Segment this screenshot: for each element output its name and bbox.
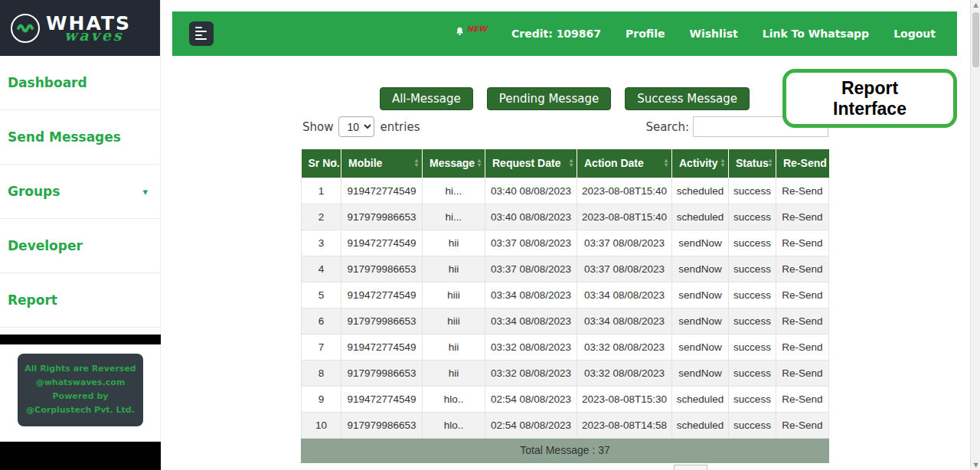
table-row: 4917979986653hii03:37 08/08/202303:37 08… xyxy=(302,256,829,282)
cell-mobile: 917979986653 xyxy=(341,308,423,334)
cell-message: hii xyxy=(423,256,485,282)
resend-link[interactable]: Re-Send xyxy=(776,256,829,282)
resend-link[interactable]: Re-Send xyxy=(776,412,829,438)
cell-activity: sendNow xyxy=(672,256,729,282)
resend-link[interactable]: Re-Send xyxy=(776,360,829,386)
sidebar-item-send-messages[interactable]: Send Messages xyxy=(0,110,160,165)
cell-mobile: 917979986653 xyxy=(341,204,423,230)
column-header-mobile[interactable]: Mobile▴▾ xyxy=(341,149,423,178)
sort-arrows-icon: ▴▾ xyxy=(769,158,772,168)
whatswaves-logo-icon xyxy=(11,14,40,43)
cell-status: success xyxy=(729,308,776,334)
resend-link[interactable]: Re-Send xyxy=(776,308,829,334)
entries-label: entries xyxy=(380,120,420,134)
sidebar-item-label: Send Messages xyxy=(8,129,121,145)
cell-sr-no: 6 xyxy=(302,308,341,334)
cell-activity: sendNow xyxy=(672,360,729,386)
cell-activity: sendNow xyxy=(672,334,729,360)
cell-activity: sendNow xyxy=(672,308,729,334)
top-navbar: NEW Credit: 109867ProfileWishlistLink To… xyxy=(172,11,957,56)
cell-action-date: 03:34 08/08/2023 xyxy=(577,308,672,334)
resend-link[interactable]: Re-Send xyxy=(776,386,829,412)
cell-mobile: 919472774549 xyxy=(341,334,423,360)
message-filter-tabs: All-MessagePending MessageSuccess Messag… xyxy=(301,87,828,110)
footer-credit-line: All Rights are Reversed xyxy=(18,362,143,376)
nav-link-link-to-whatsapp[interactable]: Link To Whatsapp xyxy=(763,28,869,40)
app-logo[interactable]: WHATS waves xyxy=(0,0,160,56)
notifications-button[interactable]: NEW xyxy=(454,26,487,41)
table-row: 2917979986653hi...03:40 08/08/20232023-0… xyxy=(302,204,829,230)
sidebar: WHATS waves DashboardSend MessagesGroups… xyxy=(0,0,161,470)
cell-status: success xyxy=(729,334,776,360)
cell-mobile: 917979986653 xyxy=(341,412,423,438)
tab-pending-message[interactable]: Pending Message xyxy=(487,87,611,110)
logo-subtitle: waves xyxy=(64,28,131,43)
pagination-button-partial[interactable] xyxy=(674,465,707,470)
cell-action-date: 2023-08-08T14:58 xyxy=(577,412,672,438)
cell-request-date: 03:37 08/08/2023 xyxy=(485,230,577,256)
scroll-up-icon[interactable]: ▲ xyxy=(971,0,980,10)
resend-link[interactable]: Re-Send xyxy=(776,230,829,256)
cell-message: hiii xyxy=(423,308,485,334)
column-header-sr-no[interactable]: Sr No.▴▾ xyxy=(302,149,341,178)
cell-mobile: 919472774549 xyxy=(341,282,423,308)
cell-sr-no: 4 xyxy=(302,256,341,282)
sidebar-item-label: Dashboard xyxy=(8,75,87,90)
sort-arrows-icon: ▴▾ xyxy=(721,158,724,168)
cell-activity: scheduled xyxy=(672,386,729,412)
table-row: 7919472774549hii03:32 08/08/202303:32 08… xyxy=(302,334,829,360)
table-header-row: Sr No.▴▾Mobile▴▾Message▴▾Request Date▴▾A… xyxy=(302,149,829,178)
column-header-label: Activity xyxy=(679,157,718,169)
column-header-message[interactable]: Message▴▾ xyxy=(423,149,485,178)
nav-link-credit-109867[interactable]: Credit: 109867 xyxy=(511,28,601,40)
cell-mobile: 917979986653 xyxy=(341,360,423,386)
cell-action-date: 2023-08-08T15:40 xyxy=(577,204,672,230)
resend-link[interactable]: Re-Send xyxy=(776,334,829,360)
sidebar-item-developer[interactable]: Developer xyxy=(0,219,160,273)
chevron-down-icon: ▾ xyxy=(142,186,148,197)
total-message-count: Total Message : 37 xyxy=(302,438,829,462)
column-header-label: Action Date xyxy=(584,157,644,169)
sort-arrows-icon: ▴▾ xyxy=(665,158,668,168)
cell-message: hii xyxy=(423,360,485,386)
tab-all-message[interactable]: All-Message xyxy=(380,87,473,110)
sidebar-item-dashboard[interactable]: Dashboard xyxy=(0,56,160,110)
sidebar-item-groups[interactable]: Groups▾ xyxy=(0,165,160,219)
nav-link-profile[interactable]: Profile xyxy=(626,28,665,40)
page-size-select[interactable]: 10 xyxy=(338,116,374,137)
cell-sr-no: 10 xyxy=(302,412,341,438)
cell-request-date: 02:54 08/08/2023 xyxy=(485,412,577,438)
resend-link[interactable]: Re-Send xyxy=(776,282,829,308)
cell-activity: scheduled xyxy=(672,204,729,230)
scroll-down-icon[interactable]: ▼ xyxy=(971,460,980,470)
nav-link-wishlist[interactable]: Wishlist xyxy=(690,28,738,40)
cell-sr-no: 8 xyxy=(302,360,341,386)
cell-request-date: 02:54 08/08/2023 xyxy=(485,386,577,412)
cell-status: success xyxy=(729,256,776,282)
cell-action-date: 2023-08-08T15:40 xyxy=(577,178,672,204)
tab-success-message[interactable]: Success Message xyxy=(625,87,750,110)
column-header-action-date[interactable]: Action Date▴▾ xyxy=(577,149,672,178)
cell-mobile: 917979986653 xyxy=(341,256,423,282)
column-header-status[interactable]: Status▴▾ xyxy=(729,149,776,178)
table-total-row: Total Message : 37 xyxy=(302,438,829,462)
column-header-activity[interactable]: Activity▴▾ xyxy=(672,149,729,178)
scrollbar-thumb[interactable] xyxy=(972,12,979,67)
footer-credit-line: @Corplustech Pvt. Ltd. xyxy=(18,403,143,417)
resend-link[interactable]: Re-Send xyxy=(776,178,829,204)
menu-toggle-icon[interactable] xyxy=(189,21,214,46)
cell-mobile: 919472774549 xyxy=(341,386,423,412)
cell-status: success xyxy=(729,412,776,438)
nav-link-logout[interactable]: Logout xyxy=(893,28,936,40)
sidebar-item-label: Groups xyxy=(8,184,60,199)
sort-arrows-icon: ▴▾ xyxy=(570,158,573,168)
resend-link[interactable]: Re-Send xyxy=(776,204,829,230)
sidebar-item-report[interactable]: Report xyxy=(0,273,160,328)
cell-request-date: 03:40 08/08/2023 xyxy=(485,178,577,204)
vertical-scrollbar[interactable]: ▲ ▼ xyxy=(970,0,980,470)
cell-status: success xyxy=(729,230,776,256)
cell-status: success xyxy=(729,204,776,230)
cell-sr-no: 9 xyxy=(302,386,341,412)
column-header-request-date[interactable]: Request Date▴▾ xyxy=(485,149,577,178)
cell-activity: scheduled xyxy=(672,178,729,204)
